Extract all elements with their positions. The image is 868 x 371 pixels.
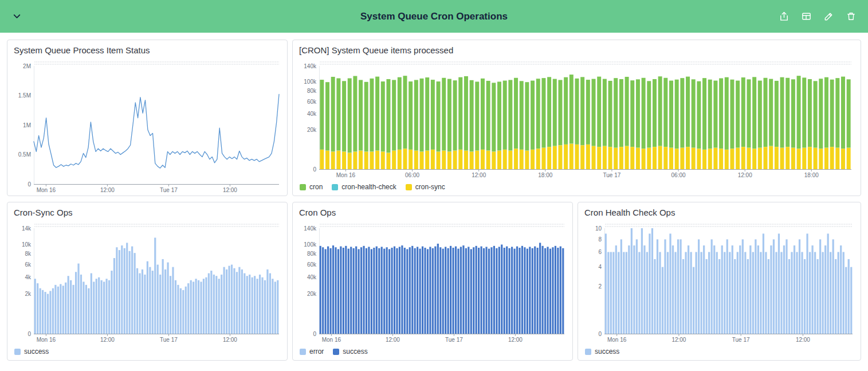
panel-title: System Queue Process Item Status — [7, 40, 287, 57]
legend-item-success[interactable]: success — [585, 347, 619, 356]
collapse-button[interactable] — [9, 9, 25, 24]
svg-text:14k: 14k — [22, 225, 32, 232]
svg-text:Mon 16: Mon 16 — [607, 337, 627, 343]
panel-title: Cron Health Check Ops — [578, 202, 861, 219]
legend-label: cron — [309, 183, 323, 191]
svg-text:6: 6 — [598, 249, 602, 255]
svg-text:2k: 2k — [25, 291, 32, 297]
svg-text:06:00: 06:00 — [671, 172, 686, 178]
legend-label: error — [309, 347, 324, 356]
trash-icon — [846, 11, 857, 22]
dashboard-title: System Queue Cron Operations — [360, 11, 508, 22]
svg-text:12:00: 12:00 — [671, 337, 686, 343]
svg-text:Tue 17: Tue 17 — [160, 187, 178, 193]
items-processed-legend: cron cron-health-check cron-sync — [293, 181, 861, 196]
svg-text:0.5M: 0.5M — [18, 151, 31, 158]
pencil-icon — [823, 11, 834, 22]
share-icon — [779, 11, 790, 22]
panel-row-2: Cron-Sync Ops 02k4k6k8k10k14kMon 1612:00… — [7, 202, 861, 361]
svg-text:0: 0 — [28, 181, 31, 188]
legend-swatch — [406, 184, 412, 190]
svg-text:0: 0 — [313, 331, 316, 337]
svg-text:Mon 16: Mon 16 — [322, 337, 341, 343]
cron-health-check-ops-chart[interactable]: 0246810Mon 1612:00Tue 1712:00 — [583, 219, 856, 343]
legend-label: cron-sync — [415, 183, 445, 191]
dashboard-header: System Queue Cron Operations — [0, 0, 868, 33]
svg-text:Tue 17: Tue 17 — [160, 337, 178, 343]
svg-text:140k: 140k — [304, 225, 317, 232]
svg-text:140k: 140k — [304, 63, 317, 69]
legend-swatch — [300, 184, 306, 190]
svg-text:12:00: 12:00 — [738, 172, 752, 178]
svg-text:Tue 17: Tue 17 — [603, 172, 621, 178]
process-item-status-chart[interactable]: 00.5M1M1.5M2MMon 1612:00Tue 1712:00 — [12, 57, 282, 193]
table-icon — [801, 11, 812, 22]
svg-text:12:00: 12:00 — [100, 187, 115, 193]
svg-text:18:00: 18:00 — [538, 172, 552, 178]
svg-text:80k: 80k — [307, 251, 317, 257]
svg-text:100k: 100k — [304, 241, 317, 248]
dashboard-body: System Queue Process Item Status 00.5M1M… — [0, 33, 868, 368]
legend-swatch — [333, 349, 339, 355]
legend-label: cron-health-check — [341, 183, 396, 191]
svg-text:4k: 4k — [25, 274, 32, 280]
legend-item-error[interactable]: error — [300, 347, 324, 356]
svg-text:18:00: 18:00 — [804, 172, 819, 178]
share-button[interactable] — [776, 9, 792, 24]
svg-text:Mon 16: Mon 16 — [37, 187, 56, 193]
svg-text:60k: 60k — [307, 99, 317, 105]
svg-text:20k: 20k — [307, 127, 317, 133]
cron-ops-chart[interactable]: 020k40k60k80k100k140kMon 1612:00Tue 1712… — [297, 219, 568, 343]
legend-swatch — [585, 349, 591, 355]
panel-row-1: System Queue Process Item Status 00.5M1M… — [7, 40, 861, 196]
delete-button[interactable] — [843, 9, 859, 24]
cron-sync-ops-chart[interactable]: 02k4k6k8k10k14kMon 1612:00Tue 1712:00 — [12, 219, 282, 343]
legend-item-success[interactable]: success — [333, 347, 367, 356]
svg-text:10k: 10k — [22, 241, 32, 248]
chart-container: 02k4k6k8k10k14kMon 1612:00Tue 1712:00 — [7, 219, 287, 345]
svg-text:0: 0 — [598, 331, 602, 337]
legend-item-success[interactable]: success — [14, 347, 49, 356]
edit-button[interactable] — [821, 9, 836, 24]
legend-item-cron-sync[interactable]: cron-sync — [406, 183, 445, 191]
panel-cron-ops: Cron Ops 020k40k60k80k100k140kMon 1612:0… — [292, 202, 573, 361]
svg-text:10: 10 — [595, 225, 602, 232]
svg-text:Tue 17: Tue 17 — [732, 337, 750, 343]
items-processed-chart[interactable]: 020k40k60k80k100k140kMon 1606:0012:0018:… — [297, 57, 855, 178]
legend-label: success — [24, 347, 49, 356]
panel-cron-sync-ops: Cron-Sync Ops 02k4k6k8k10k14kMon 1612:00… — [7, 202, 288, 361]
svg-text:0: 0 — [28, 331, 31, 337]
cron-ops-legend: error success — [293, 345, 572, 360]
svg-text:6k: 6k — [25, 261, 32, 268]
svg-text:Mon 16: Mon 16 — [336, 172, 356, 178]
svg-text:1M: 1M — [23, 122, 31, 128]
svg-text:12:00: 12:00 — [796, 337, 810, 343]
legend-swatch — [14, 349, 21, 355]
svg-text:8: 8 — [598, 236, 602, 243]
cron-health-check-ops-legend: success — [578, 345, 861, 360]
legend-swatch — [300, 349, 306, 355]
chevron-down-icon — [11, 11, 22, 22]
svg-text:100k: 100k — [304, 79, 317, 85]
svg-text:12:00: 12:00 — [100, 337, 115, 343]
svg-text:80k: 80k — [307, 88, 317, 94]
svg-text:40k: 40k — [307, 111, 317, 117]
svg-text:06:00: 06:00 — [405, 172, 419, 178]
legend-label: success — [343, 347, 367, 356]
panel-title: [CRON] System Queue items processed — [293, 40, 861, 57]
svg-text:12:00: 12:00 — [472, 172, 486, 178]
export-table-button[interactable] — [799, 9, 814, 24]
svg-text:Tue 17: Tue 17 — [445, 337, 463, 343]
svg-text:12:00: 12:00 — [223, 337, 237, 343]
legend-swatch — [332, 184, 338, 190]
svg-text:12:00: 12:00 — [223, 187, 237, 193]
chart-container: 020k40k60k80k100k140kMon 1606:0012:0018:… — [293, 57, 861, 181]
svg-text:12:00: 12:00 — [386, 337, 400, 343]
svg-text:12:00: 12:00 — [508, 337, 523, 343]
chart-container: 0246810Mon 1612:00Tue 1712:00 — [578, 219, 861, 345]
legend-item-cron[interactable]: cron — [300, 183, 323, 191]
cron-sync-ops-legend: success — [7, 345, 287, 360]
svg-text:8k: 8k — [25, 251, 32, 257]
legend-item-cron-health-check[interactable]: cron-health-check — [332, 183, 396, 191]
dashboard-app: System Queue Cron Operations — [0, 0, 868, 368]
